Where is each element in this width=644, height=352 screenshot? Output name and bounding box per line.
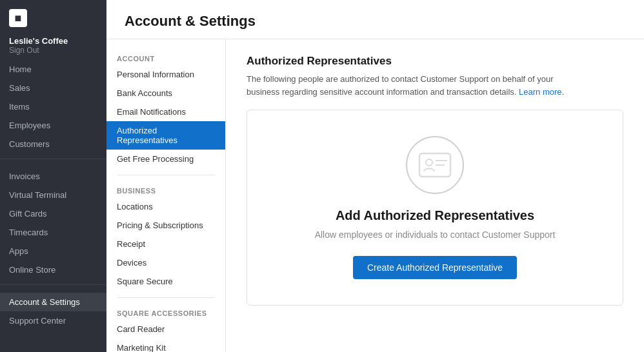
svg-point-1 — [426, 159, 432, 166]
content-area: ACCOUNT Personal Information Bank Accoun… — [106, 39, 644, 352]
sidebar-item-invoices[interactable]: Invoices — [0, 167, 106, 186]
sidebar-divider-1 — [0, 159, 106, 159]
nav-section-label-account: ACCOUNT — [106, 50, 225, 65]
sidebar-brand: Leslie's Coffee Sign Out — [0, 32, 106, 57]
left-nav-section-accessories: SQUARE ACCESSORIES Card Reader Marketing… — [106, 304, 225, 352]
id-card-icon — [406, 136, 464, 194]
sidebar-item-home[interactable]: Home — [0, 60, 106, 79]
sidebar-item-items[interactable]: Items — [0, 97, 106, 116]
nav-item-marketing-kit[interactable]: Marketing Kit — [106, 338, 225, 352]
create-authorized-representative-button[interactable]: Create Authorized Representative — [353, 256, 517, 279]
nav-section-label-accessories: SQUARE ACCESSORIES — [106, 304, 225, 320]
sidebar-bottom-nav: Account & Settings Support Center — [0, 293, 106, 330]
app-logo: ■ — [9, 9, 27, 27]
nav-item-authorized-reps[interactable]: Authorized Representatives — [106, 121, 225, 150]
section-description: The following people are authorized to c… — [247, 73, 582, 98]
nav-item-square-secure[interactable]: Square Secure — [106, 272, 225, 291]
nav-item-personal-info[interactable]: Personal Information — [106, 65, 225, 84]
learn-more-link[interactable]: Learn more. — [519, 87, 564, 97]
nav-item-card-reader[interactable]: Card Reader — [106, 320, 225, 338]
empty-state-heading: Add Authorized Representatives — [336, 208, 534, 223]
section-description-text: The following people are authorized to c… — [247, 74, 554, 97]
sidebar-item-timecards[interactable]: Timecards — [0, 223, 106, 242]
left-nav-divider-2 — [117, 297, 215, 298]
sidebar-item-account-settings[interactable]: Account & Settings — [0, 293, 106, 311]
sidebar-item-employees[interactable]: Employees — [0, 116, 106, 135]
page-title: Account & Settings — [125, 13, 626, 30]
sidebar-item-online-store[interactable]: Online Store — [0, 260, 106, 279]
nav-item-receipt[interactable]: Receipt — [106, 235, 225, 253]
brand-name: Leslie's Coffee — [9, 36, 97, 46]
sign-out-link[interactable]: Sign Out — [9, 46, 97, 55]
sidebar-item-support-center[interactable]: Support Center — [0, 311, 106, 330]
nav-item-bank-accounts[interactable]: Bank Accounts — [106, 84, 225, 103]
sidebar-item-customers[interactable]: Customers — [0, 135, 106, 153]
empty-state-sub: Allow employees or individuals to contac… — [315, 228, 556, 242]
left-nav-divider-1 — [117, 175, 215, 175]
sidebar: ■ Leslie's Coffee Sign Out Home Sales It… — [0, 0, 106, 352]
id-card-svg — [418, 152, 452, 178]
sidebar-primary-nav: Home Sales Items Employees Customers — [0, 60, 106, 153]
nav-item-pricing-subscriptions[interactable]: Pricing & Subscriptions — [106, 216, 225, 235]
svg-rect-0 — [419, 153, 450, 177]
sidebar-divider-2 — [0, 284, 106, 285]
left-nav: ACCOUNT Personal Information Bank Accoun… — [106, 39, 226, 352]
sidebar-item-virtual-terminal[interactable]: Virtual Terminal — [0, 186, 106, 204]
sidebar-item-apps[interactable]: Apps — [0, 242, 106, 260]
left-nav-section-account: ACCOUNT Personal Information Bank Accoun… — [106, 50, 225, 168]
sidebar-item-sales[interactable]: Sales — [0, 79, 106, 97]
main-content: Account & Settings ACCOUNT Personal Info… — [106, 0, 644, 352]
nav-item-locations[interactable]: Locations — [106, 197, 225, 216]
page-header: Account & Settings — [106, 0, 644, 39]
sidebar-secondary-nav: Invoices Virtual Terminal Gift Cards Tim… — [0, 167, 106, 279]
empty-state-card: Add Authorized Representatives Allow emp… — [247, 110, 623, 306]
right-content: Authorized Representatives The following… — [226, 39, 644, 352]
section-title: Authorized Representatives — [247, 55, 623, 68]
nav-item-devices[interactable]: Devices — [106, 253, 225, 272]
nav-item-get-free-processing[interactable]: Get Free Processing — [106, 150, 225, 168]
left-nav-section-business: BUSINESS Locations Pricing & Subscriptio… — [106, 182, 225, 291]
sidebar-logo: ■ — [0, 0, 106, 32]
nav-item-email-notifications[interactable]: Email Notifications — [106, 103, 225, 121]
sidebar-item-gift-cards[interactable]: Gift Cards — [0, 204, 106, 223]
nav-section-label-business: BUSINESS — [106, 182, 225, 197]
